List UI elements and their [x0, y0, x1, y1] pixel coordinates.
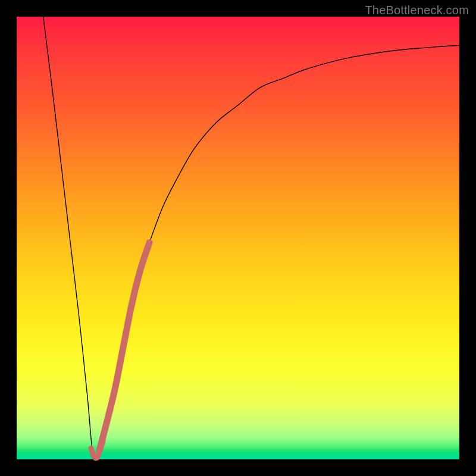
chart-frame: TheBottleneck.com	[0, 0, 476, 476]
curves-svg	[17, 17, 459, 459]
series-highlight-segment	[99, 242, 149, 450]
series-bottleneck-curve	[43, 17, 459, 460]
plot-area	[17, 17, 459, 459]
watermark-text: TheBottleneck.com	[365, 4, 469, 17]
